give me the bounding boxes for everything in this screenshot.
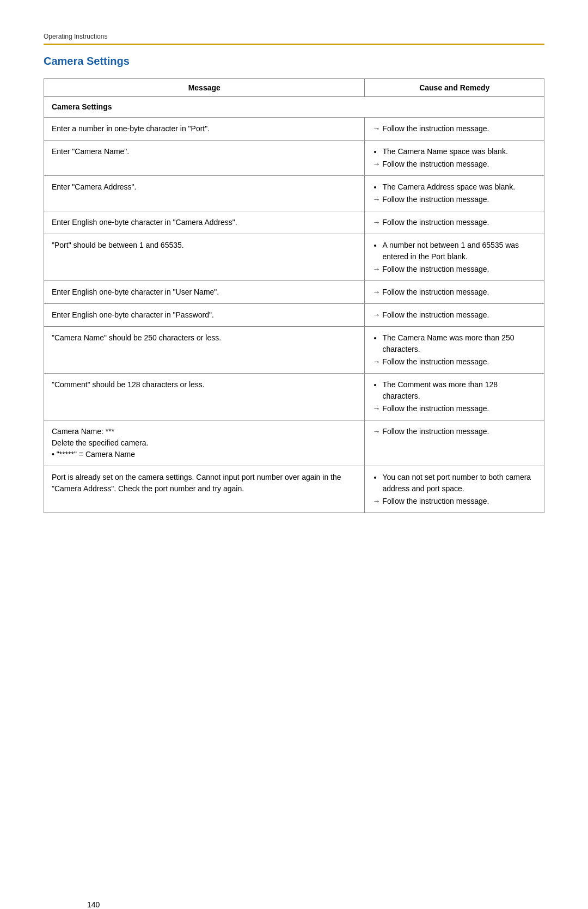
- remedy-cell: → Follow the instruction message.: [365, 118, 544, 141]
- breadcrumb: Operating Instructions: [44, 33, 544, 40]
- remedy-cell: The Camera Name was more than 250 charac…: [365, 327, 544, 374]
- message-cell: Enter a number in one-byte character in …: [44, 118, 365, 141]
- table-row: Camera Name: *** Delete the specified ca…: [44, 420, 544, 466]
- table-row: "Comment" should be 128 characters or le…: [44, 374, 544, 420]
- table-row: Enter "Camera Address". The Camera Addre…: [44, 176, 544, 211]
- message-cell: Port is already set on the camera settin…: [44, 466, 365, 513]
- page-number: 140: [87, 900, 100, 909]
- remedy-cell: The Comment was more than 128 characters…: [365, 374, 544, 420]
- message-cell: Enter English one-byte character in "Use…: [44, 281, 365, 304]
- table-row: Enter English one-byte character in "Pas…: [44, 304, 544, 327]
- table-row: Enter English one-byte character in "Use…: [44, 281, 544, 304]
- message-cell: Enter "Camera Name".: [44, 141, 365, 176]
- col-remedy-header: Cause and Remedy: [365, 79, 544, 97]
- remedy-cell: You can not set port number to both came…: [365, 466, 544, 513]
- remedy-cell: → Follow the instruction message.: [365, 420, 544, 466]
- table-row: "Port" should be between 1 and 65535. A …: [44, 234, 544, 281]
- message-cell: "Port" should be between 1 and 65535.: [44, 234, 365, 281]
- message-cell: Camera Name: *** Delete the specified ca…: [44, 420, 365, 466]
- message-cell: Enter "Camera Address".: [44, 176, 365, 211]
- table-row: Enter a number in one-byte character in …: [44, 118, 544, 141]
- page-title: Camera Settings: [44, 55, 544, 68]
- camera-settings-table: Message Cause and Remedy Camera Settings…: [44, 78, 544, 513]
- remedy-cell: A number not between 1 and 65535 was ent…: [365, 234, 544, 281]
- table-row: Port is already set on the camera settin…: [44, 466, 544, 513]
- remedy-cell: → Follow the instruction message.: [365, 211, 544, 234]
- remedy-cell: → Follow the instruction message.: [365, 281, 544, 304]
- gold-divider: [44, 44, 544, 45]
- section-header-row: Camera Settings: [44, 97, 544, 118]
- table-row: Enter "Camera Name". The Camera Name spa…: [44, 141, 544, 176]
- table-row: "Camera Name" should be 250 characters o…: [44, 327, 544, 374]
- col-message-header: Message: [44, 79, 365, 97]
- table-row: Enter English one-byte character in "Cam…: [44, 211, 544, 234]
- section-label: Camera Settings: [44, 97, 544, 118]
- message-cell: Enter English one-byte character in "Pas…: [44, 304, 365, 327]
- message-cell: Enter English one-byte character in "Cam…: [44, 211, 365, 234]
- remedy-cell: → Follow the instruction message.: [365, 304, 544, 327]
- message-cell: "Camera Name" should be 250 characters o…: [44, 327, 365, 374]
- message-cell: "Comment" should be 128 characters or le…: [44, 374, 365, 420]
- remedy-cell: The Camera Address space was blank. → Fo…: [365, 176, 544, 211]
- remedy-cell: The Camera Name space was blank. → Follo…: [365, 141, 544, 176]
